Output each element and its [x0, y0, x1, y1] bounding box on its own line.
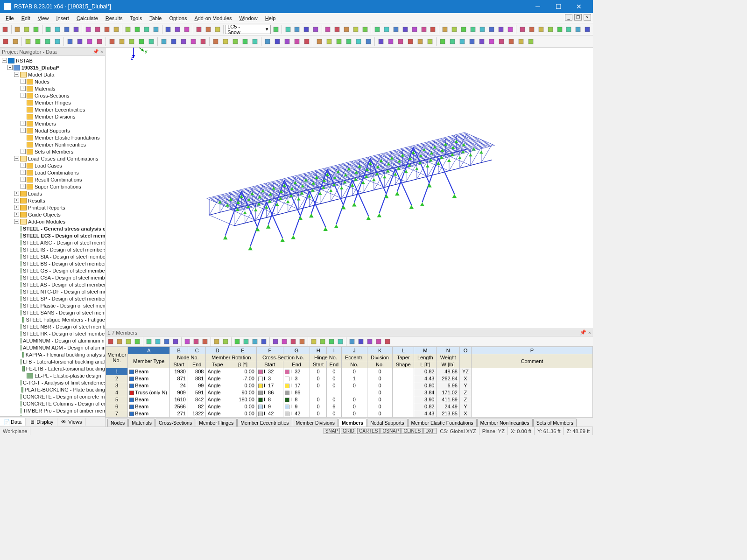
tree-node[interactable]: STEEL EC3 - Design of steel members [0, 232, 105, 239]
tree-node[interactable]: STEEL AS - Design of steel members [0, 281, 105, 288]
toolbar-button[interactable] [458, 37, 467, 46]
table-row[interactable]: 3Beam2499Angle0.00I 17I 1700000.806.96Y [106, 382, 593, 389]
table-row[interactable]: 1Beam1930808Angle0.00I 32I 3200000.8248.… [106, 368, 593, 375]
toolbar-button[interactable] [23, 37, 33, 46]
toolbar-button[interactable] [221, 337, 230, 346]
toolbar-button[interactable] [391, 25, 400, 34]
toolbar-button[interactable] [386, 37, 395, 46]
tree-node[interactable]: STEEL CSA - Design of steel members [0, 274, 105, 281]
toolbar-button[interactable] [194, 25, 203, 34]
toolbar-button[interactable] [71, 25, 80, 34]
tree-node[interactable]: STEEL SP - Design of steel members [0, 295, 105, 302]
toolbar-button[interactable] [448, 37, 457, 46]
toolbar-button[interactable] [283, 25, 292, 34]
table-tab[interactable]: Cross-Sections [155, 419, 195, 427]
toolbar-button[interactable] [169, 37, 178, 46]
tree-node[interactable]: STEEL NTC-DF - Design of steel members [0, 288, 105, 295]
toolbar-button[interactable] [555, 25, 564, 34]
toolbar-button[interactable] [419, 25, 428, 34]
toolbar-button[interactable] [43, 37, 52, 46]
tree-node[interactable]: EL-PL - Elastic-plastic design [0, 372, 105, 379]
toolbar-button[interactable] [133, 337, 141, 346]
toolbar-button[interactable] [212, 337, 221, 346]
table-row[interactable]: 5Beam1610842Angle180.00I 8I 800003.90411… [106, 396, 593, 403]
toolbar-button[interactable] [127, 37, 136, 46]
toolbar-button[interactable] [333, 25, 342, 34]
toolbar-button[interactable] [201, 337, 209, 346]
toolbar-button[interactable] [1, 37, 10, 46]
tree-node[interactable]: +Result Combinations [0, 176, 105, 183]
table-tab[interactable]: Materials [128, 419, 155, 427]
tree-node[interactable]: +Load Combinations [0, 169, 105, 176]
toolbar-button[interactable] [260, 337, 268, 346]
tree-node[interactable]: STEEL Fatigue Members - Fatigue [0, 316, 105, 323]
tree-node[interactable]: STEEL GB - Design of steel members [0, 267, 105, 274]
toolbar-button[interactable] [487, 37, 496, 46]
tree-node[interactable]: +Nodal Supports [0, 127, 105, 134]
toolbar-button[interactable] [477, 37, 486, 46]
table-close[interactable]: × [588, 330, 591, 336]
toolbar-button[interactable] [11, 37, 20, 46]
3d-viewport[interactable]: x y z [106, 48, 593, 329]
tree-node[interactable]: +Nodes [0, 78, 105, 85]
toolbar-button[interactable] [383, 337, 392, 346]
tree-node[interactable]: CONCRETE Columns - Design of columns [0, 400, 105, 407]
tree-node[interactable]: +Super Combinations [0, 183, 105, 190]
toolbar-button[interactable] [84, 25, 92, 34]
toolbar-button[interactable] [22, 25, 31, 34]
toolbar-button[interactable] [416, 37, 425, 46]
toolbar-button[interactable] [152, 25, 161, 34]
tree-node[interactable]: LTB - Lateral-torsional buckling analysi… [0, 358, 105, 365]
toolbar-button[interactable] [44, 25, 53, 34]
navigator-tree[interactable]: –RSTAB–190315_Dlubal*–Model Data+Nodes+M… [0, 56, 105, 416]
toolbar-button[interactable] [233, 337, 241, 346]
toolbar-button[interactable] [117, 37, 127, 46]
toolbar-button[interactable] [280, 337, 289, 346]
menu-options[interactable]: Options [165, 14, 190, 22]
tree-node[interactable]: –190315_Dlubal* [0, 64, 105, 71]
snap-toggle[interactable]: CARTES [357, 428, 380, 434]
toolbar-button[interactable] [145, 337, 153, 346]
toolbar-button[interactable] [429, 25, 437, 34]
menu-table[interactable]: Table [146, 14, 165, 22]
tree-node[interactable]: +Sets of Members [0, 148, 105, 155]
menu-tools[interactable]: Tools [126, 14, 146, 22]
toolbar-button[interactable] [198, 37, 208, 46]
tree-node[interactable]: ALUMINUM - Design of aluminum members [0, 337, 105, 344]
toolbar-button[interactable] [441, 25, 450, 34]
table-tab[interactable]: Member Elastic Foundations [408, 419, 477, 427]
toolbar-button[interactable] [271, 25, 280, 34]
toolbar-button[interactable] [376, 37, 386, 46]
toolbar-button[interactable] [310, 337, 318, 346]
menu-window[interactable]: Window [236, 14, 261, 22]
toolbar-button[interactable] [183, 25, 191, 34]
toolbar-button[interactable] [497, 37, 506, 46]
menu-view[interactable]: View [34, 14, 53, 22]
members-grid[interactable]: MemberNo.ABCDEFGHIJKLMNOPMember TypeNode… [106, 347, 593, 417]
toolbar-button[interactable] [334, 37, 344, 46]
toolbar-button[interactable] [302, 25, 311, 34]
tree-node[interactable]: Member Divisions [0, 113, 105, 120]
tree-node[interactable]: +Load Cases [0, 162, 105, 169]
menu-file[interactable]: File [2, 14, 18, 22]
toolbar-button[interactable] [106, 337, 115, 346]
toolbar-button[interactable] [318, 337, 327, 346]
toolbar-button[interactable] [374, 337, 383, 346]
toolbar-button[interactable] [171, 337, 180, 346]
tree-node[interactable]: +Results [0, 197, 105, 204]
tree-node[interactable]: +Guide Objects [0, 211, 105, 218]
toolbar-button[interactable] [221, 37, 230, 46]
toolbar-button[interactable] [32, 25, 41, 34]
tree-node[interactable]: TIMBER Pro - Design of timber members [0, 407, 105, 414]
toolbar-button[interactable] [1, 25, 10, 34]
snap-toggle[interactable]: SNAP [324, 428, 340, 434]
nav-tab-display[interactable]: 🖥Display [26, 418, 57, 426]
toolbar-button[interactable] [282, 37, 292, 46]
toolbar-button[interactable] [13, 25, 22, 34]
toolbar-button[interactable] [53, 25, 62, 34]
table-row[interactable]: 2Beam871881Angle-7.00I 3I 300104.43262.8… [106, 375, 593, 382]
toolbar-button[interactable] [327, 337, 336, 346]
table-tab[interactable]: Member Divisions [293, 419, 338, 427]
toolbar-button[interactable] [518, 25, 527, 34]
snap-toggle[interactable]: GLINES [402, 428, 423, 434]
